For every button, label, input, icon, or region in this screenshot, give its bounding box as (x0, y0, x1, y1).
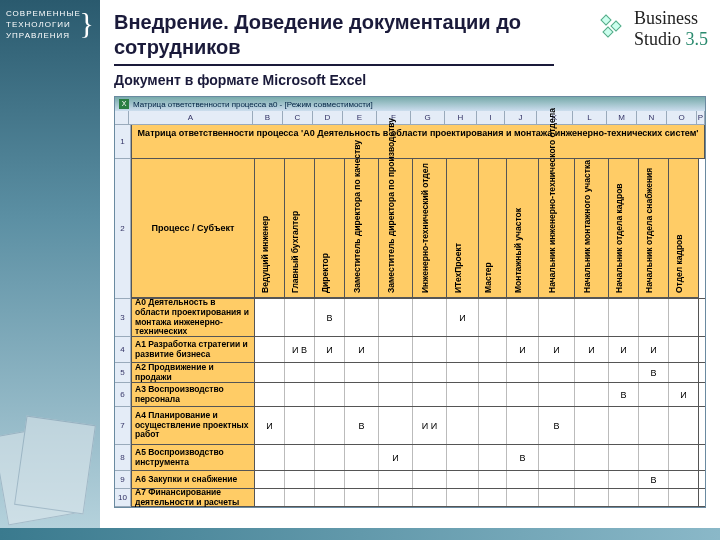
col-header: D (313, 111, 343, 124)
value-cell (669, 337, 699, 362)
value-cell (255, 299, 285, 336)
value-cell: И И (413, 407, 447, 444)
value-cell (539, 489, 575, 506)
col-header: I (477, 111, 505, 124)
col-header: H (445, 111, 477, 124)
role-header: Начальник монтажного участка (575, 159, 609, 298)
value-cell (575, 383, 609, 406)
footer-strip (0, 528, 720, 540)
value-cell (285, 445, 315, 470)
value-cell (255, 383, 285, 406)
value-cell (479, 407, 507, 444)
value-cell: В (639, 363, 669, 382)
value-cell (479, 383, 507, 406)
value-cell (609, 489, 639, 506)
col-header: N (637, 111, 667, 124)
value-cell (255, 471, 285, 488)
value-cell: И В (285, 337, 315, 362)
value-cell (539, 299, 575, 336)
page-subtitle: Документ в формате Microsoft Excel (114, 72, 706, 88)
page-title: Внедрение. Доведение документации до сот… (114, 10, 554, 66)
value-cell (575, 471, 609, 488)
value-cell (447, 383, 479, 406)
process-subject-label: Процесс / Субъект (131, 159, 255, 298)
value-cell (507, 383, 539, 406)
value-cell (379, 363, 413, 382)
col-header: A (129, 111, 253, 124)
table-row: A2 Продвижение и продажиВ (131, 363, 705, 383)
main-content: Business Studio 3.5 Внедрение. Доведение… (100, 0, 720, 540)
value-cell (255, 363, 285, 382)
value-cell (285, 407, 315, 444)
value-cell: И (379, 445, 413, 470)
table-row: A5 Воспроизводство инструментаИВ (131, 445, 705, 471)
brand-text: Business Studio 3.5 (634, 8, 708, 50)
matrix-title: Матрица ответственности процесса 'A0 Дея… (131, 125, 705, 159)
role-header: Ведущий инженер (255, 159, 285, 298)
brand-logo: Business Studio 3.5 (598, 8, 708, 50)
brand-product: Studio (634, 29, 681, 49)
value-cell (255, 445, 285, 470)
value-cell (479, 337, 507, 362)
value-cell (379, 337, 413, 362)
row-header: 10 (115, 489, 130, 507)
value-cell (575, 363, 609, 382)
value-cell: В (345, 407, 379, 444)
value-cell (285, 489, 315, 506)
value-cell (639, 445, 669, 470)
value-cell (669, 489, 699, 506)
value-cell: И (315, 337, 345, 362)
value-cell (539, 471, 575, 488)
value-cell (575, 445, 609, 470)
role-header: Заместитель директора по качеству (345, 159, 379, 298)
row-header: 5 (115, 363, 130, 383)
brand-version: 3.5 (686, 29, 709, 49)
value-cell (345, 363, 379, 382)
col-header: G (411, 111, 445, 124)
row-headers: 12345678910 (115, 125, 131, 507)
value-cell (669, 299, 699, 336)
value-cell (315, 407, 345, 444)
value-cell: И (507, 337, 539, 362)
value-cell: И (255, 407, 285, 444)
value-cell (639, 489, 669, 506)
value-cell (345, 445, 379, 470)
value-cell (379, 489, 413, 506)
value-cell (285, 471, 315, 488)
row-header: 9 (115, 471, 130, 489)
value-cell (413, 471, 447, 488)
value-cell (539, 445, 575, 470)
value-cell: И (539, 337, 575, 362)
col-header: B (253, 111, 283, 124)
col-header: P (697, 111, 705, 124)
value-cell (669, 445, 699, 470)
value-cell (285, 299, 315, 336)
value-cell (639, 299, 669, 336)
role-header: Начальник отдела снабжения (639, 159, 669, 298)
process-cell: A2 Продвижение и продажи (131, 363, 255, 382)
value-cell (479, 299, 507, 336)
value-cell: В (315, 299, 345, 336)
value-cell: И (609, 337, 639, 362)
value-cell (609, 471, 639, 488)
value-cell (479, 489, 507, 506)
value-cell (575, 489, 609, 506)
value-cell (413, 383, 447, 406)
value-cell (379, 471, 413, 488)
value-cell: И (447, 299, 479, 336)
value-cell (539, 363, 575, 382)
table-row: A7 Финансирование деятельности и расчеты (131, 489, 705, 507)
value-cell (609, 363, 639, 382)
value-cell (255, 337, 285, 362)
table-row: A1 Разработка стратегии и развитие бизне… (131, 337, 705, 363)
value-cell (669, 407, 699, 444)
row-header: 6 (115, 383, 130, 407)
value-cell (413, 337, 447, 362)
value-cell (379, 407, 413, 444)
value-cell: В (539, 407, 575, 444)
col-header: E (343, 111, 377, 124)
value-cell (575, 299, 609, 336)
value-cell (539, 383, 575, 406)
value-cell (447, 363, 479, 382)
value-cell (413, 489, 447, 506)
